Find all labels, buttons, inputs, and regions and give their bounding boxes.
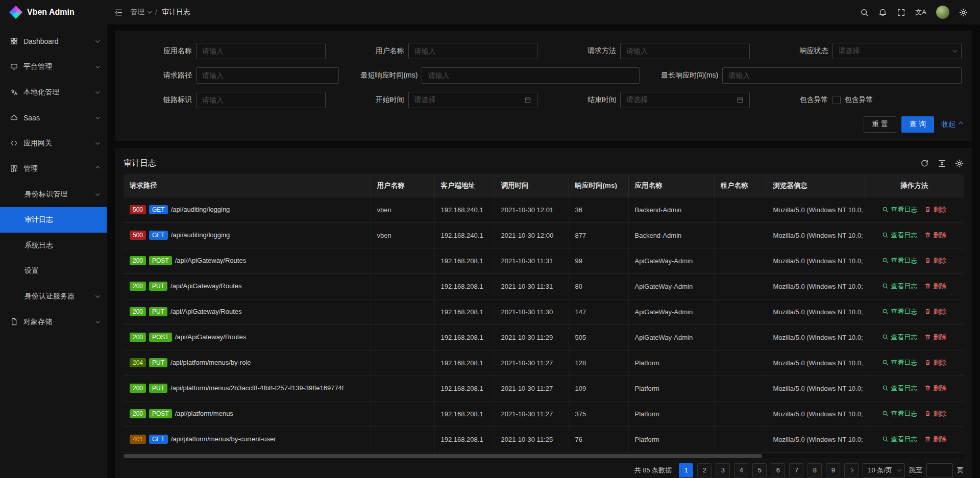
duration-cell: 877 <box>569 222 628 248</box>
sort-icon[interactable] <box>479 182 482 189</box>
notification-bell-icon[interactable] <box>878 8 887 17</box>
jump-page-input[interactable] <box>926 463 953 477</box>
method-badge: GET <box>149 435 168 444</box>
sidebar-item-settings[interactable]: 设置 <box>0 258 107 284</box>
delete-button[interactable]: 删除 <box>924 435 946 444</box>
sidebar-item-localization[interactable]: 本地化管理 <box>0 80 107 105</box>
platform-icon <box>10 63 18 71</box>
sidebar-item-identity-server[interactable]: 身份认证服务器 <box>0 284 107 309</box>
table-row[interactable]: 200POST/api/ApiGateway/Routes 192.168.20… <box>124 324 964 350</box>
view-log-button[interactable]: 查看日志 <box>882 256 917 265</box>
row-height-icon[interactable] <box>938 159 946 168</box>
next-page-button[interactable] <box>844 463 859 477</box>
delete-label: 删除 <box>933 409 946 418</box>
table-row[interactable]: 200POST/api/platform/menus 192.168.208.1… <box>124 401 964 426</box>
table-row[interactable]: 200PUT/api/ApiGateway/Routes 192.168.208… <box>124 299 964 324</box>
reset-button[interactable]: 重 置 <box>864 116 896 133</box>
path-input[interactable] <box>196 67 339 84</box>
start-time-picker[interactable]: 请选择 <box>408 92 538 108</box>
trace-id-input[interactable] <box>196 92 326 108</box>
view-log-button[interactable]: 查看日志 <box>882 409 917 418</box>
view-log-button[interactable]: 查看日志 <box>882 231 917 240</box>
column-settings-gear-icon[interactable] <box>955 159 964 168</box>
collapse-filter-link[interactable]: 收起 <box>941 120 962 129</box>
browser-cell: Mozilla/5.0 (Windows NT 10.0; Win <box>767 401 865 426</box>
view-log-button[interactable]: 查看日志 <box>882 435 917 444</box>
delete-button[interactable]: 删除 <box>924 409 946 418</box>
delete-button[interactable]: 删除 <box>924 231 946 240</box>
page-size-select[interactable]: 10 条/页 <box>863 463 905 477</box>
sort-icon[interactable] <box>621 182 624 189</box>
user-name-input[interactable] <box>408 43 538 59</box>
method-badge: POST <box>149 333 172 342</box>
sidebar-item-system-log[interactable]: 系统日志 <box>0 233 107 258</box>
page-size-value: 10 条/页 <box>868 466 892 475</box>
delete-button[interactable]: 删除 <box>924 307 946 316</box>
sidebar-item-platform[interactable]: 平台管理 <box>0 54 107 80</box>
sidebar-item-management[interactable]: 管理 <box>0 156 107 182</box>
table-row[interactable]: 200PUT/api/ApiGateway/Routes 192.168.208… <box>124 273 964 299</box>
sort-icon[interactable] <box>752 182 755 189</box>
sort-icon[interactable] <box>408 182 411 189</box>
fullscreen-icon[interactable] <box>897 8 905 17</box>
user-cell: vben <box>371 197 434 222</box>
status-select[interactable]: 请选择 <box>832 43 962 59</box>
page-button[interactable]: 4 <box>734 463 748 477</box>
page-button[interactable]: 3 <box>716 463 730 477</box>
exception-checkbox[interactable] <box>832 96 841 104</box>
method-input[interactable] <box>620 43 750 59</box>
sort-icon[interactable] <box>161 182 164 189</box>
browser-cell: Mozilla/5.0 (Windows NT 10.0; Win <box>767 273 865 299</box>
end-time-picker[interactable]: 请选择 <box>620 92 750 108</box>
breadcrumb-parent[interactable]: 管理 <box>130 8 151 17</box>
sort-icon[interactable] <box>666 182 669 189</box>
app-name-input[interactable] <box>196 43 326 59</box>
max-response-time-input[interactable] <box>722 67 962 84</box>
sidebar-item-gateway[interactable]: 应用网关 <box>0 131 107 156</box>
page-button[interactable]: 8 <box>807 463 822 477</box>
view-log-button[interactable]: 查看日志 <box>882 358 917 367</box>
main-area: 管理 / 审计日志 文A <box>107 0 980 478</box>
scrollbar-thumb[interactable] <box>124 454 762 458</box>
view-log-button[interactable]: 查看日志 <box>882 384 917 393</box>
table-row[interactable]: 204PUT/api/platform/menus/by-role 192.16… <box>124 350 964 375</box>
sidebar-item-object-storage[interactable]: 对象存储 <box>0 309 107 335</box>
delete-button[interactable]: 删除 <box>924 205 946 214</box>
sidebar-item-dashboard[interactable]: Dashboard <box>0 29 107 54</box>
view-log-button[interactable]: 查看日志 <box>882 205 917 214</box>
logo[interactable]: Vben Admin <box>0 0 107 24</box>
sidebar-item-saas[interactable]: Saas <box>0 105 107 131</box>
view-log-button[interactable]: 查看日志 <box>882 333 917 342</box>
delete-button[interactable]: 删除 <box>924 358 946 367</box>
view-log-button[interactable]: 查看日志 <box>882 282 917 291</box>
page-button[interactable]: 7 <box>789 463 803 477</box>
sidebar-item-audit-log[interactable]: 审计日志 <box>0 207 107 233</box>
sidebar-item-label: 本地化管理 <box>23 88 95 97</box>
table-row[interactable]: 401GET/api/platform/menus/by-current-use… <box>124 426 964 452</box>
sidebar-item-identity-management[interactable]: 身份标识管理 <box>0 182 107 207</box>
table-row[interactable]: 200POST/api/ApiGateway/Routes 192.168.20… <box>124 248 964 273</box>
refresh-icon[interactable] <box>920 159 929 168</box>
table-row[interactable]: 200PUT/api/platform/menus/2b3accf8-4fb8-… <box>124 375 964 401</box>
page-button[interactable]: 2 <box>697 463 712 477</box>
view-log-button[interactable]: 查看日志 <box>882 307 917 316</box>
page-button[interactable]: 9 <box>826 463 840 477</box>
page-button[interactable]: 1 <box>679 463 693 477</box>
table-row[interactable]: 500GET/api/auditing/logging vben 192.168… <box>124 222 964 248</box>
min-response-time-input[interactable] <box>422 67 640 84</box>
sort-icon[interactable] <box>811 182 814 189</box>
settings-gear-icon[interactable] <box>959 8 968 17</box>
delete-button[interactable]: 删除 <box>924 282 946 291</box>
table-row[interactable]: 500GET/api/auditing/logging vben 192.168… <box>124 197 964 222</box>
language-icon[interactable]: 文A <box>915 8 926 17</box>
menu-fold-icon[interactable] <box>114 8 123 17</box>
avatar[interactable] <box>936 6 949 19</box>
delete-button[interactable]: 删除 <box>924 256 946 265</box>
page-button[interactable]: 6 <box>771 463 785 477</box>
search-icon[interactable] <box>860 8 869 17</box>
page-button[interactable]: 5 <box>752 463 767 477</box>
sort-icon[interactable] <box>532 182 535 189</box>
delete-button[interactable]: 删除 <box>924 384 946 393</box>
delete-button[interactable]: 删除 <box>924 333 946 342</box>
search-button[interactable]: 查 询 <box>901 116 934 133</box>
